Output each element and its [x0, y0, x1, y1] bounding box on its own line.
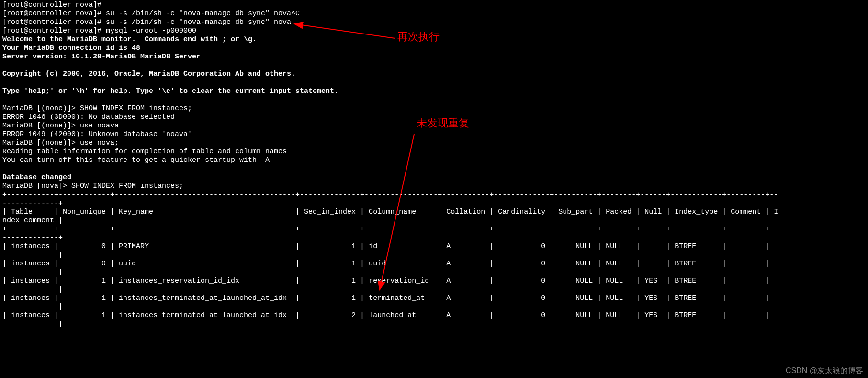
- watermark: CSDN @灰太狼的博客: [786, 367, 863, 375]
- terminal-output: [root@controller nova]# [root@controller…: [0, 0, 868, 378]
